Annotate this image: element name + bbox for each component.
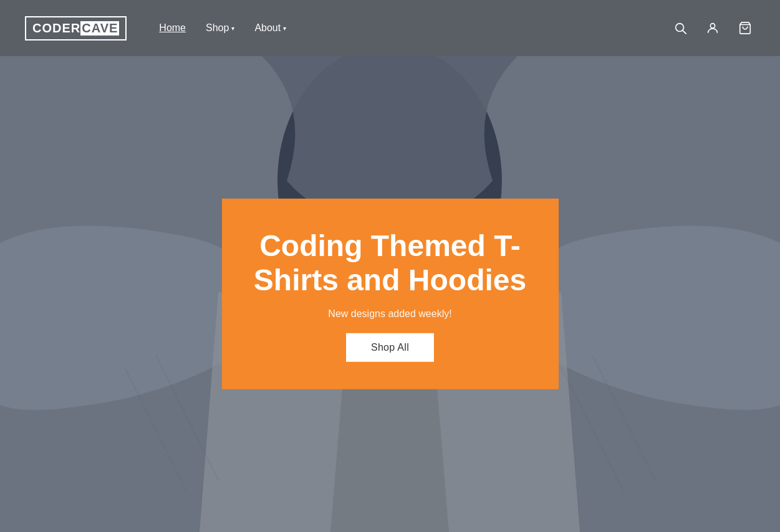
shop-all-button[interactable]: Shop All	[346, 333, 434, 362]
logo-box: CODERCAVE	[25, 16, 127, 40]
cart-button[interactable]	[735, 18, 755, 38]
logo-coder: CODER	[32, 21, 80, 36]
svg-point-2	[710, 24, 715, 28]
nav-about[interactable]: About ▾	[247, 19, 294, 37]
svg-line-1	[683, 31, 686, 34]
chevron-down-icon: ▾	[283, 25, 286, 32]
nav-links: Home Shop ▾ About ▾	[152, 19, 670, 37]
search-icon	[673, 21, 687, 35]
logo-cave: CAVE	[80, 21, 119, 36]
chevron-down-icon: ▾	[231, 25, 234, 32]
nav-home[interactable]: Home	[152, 19, 193, 37]
logo[interactable]: CODERCAVE	[25, 16, 127, 40]
hero-section: Coding Themed T-Shirts and Hoodies New d…	[0, 56, 780, 532]
account-icon	[706, 21, 720, 35]
search-button[interactable]	[670, 18, 690, 38]
cart-icon	[738, 21, 752, 35]
nav-icons	[670, 18, 755, 38]
promo-box: Coding Themed T-Shirts and Hoodies New d…	[222, 199, 559, 389]
promo-title: Coding Themed T-Shirts and Hoodies	[247, 229, 534, 297]
navbar: CODERCAVE Home Shop ▾ About ▾	[0, 0, 780, 56]
nav-shop[interactable]: Shop ▾	[198, 19, 242, 37]
promo-subtitle: New designs added weekly!	[328, 308, 451, 320]
account-button[interactable]	[703, 18, 723, 38]
